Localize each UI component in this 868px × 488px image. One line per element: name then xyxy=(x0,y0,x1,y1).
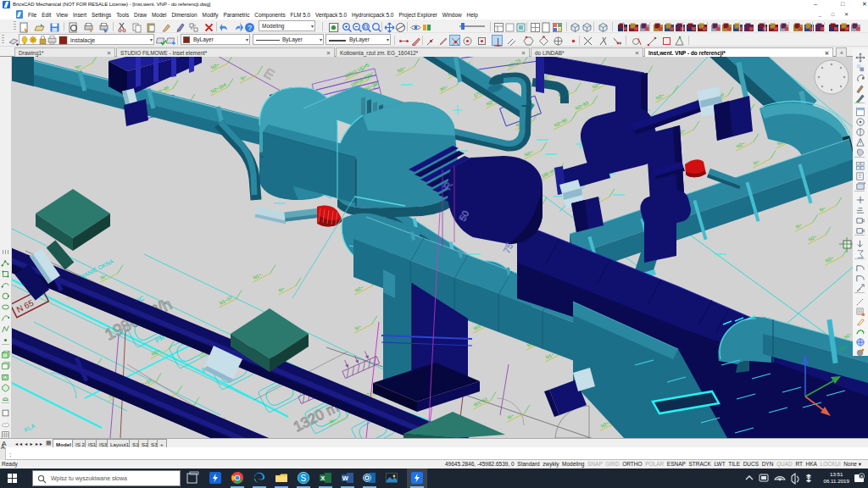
svg-text:instalacje: instalacje xyxy=(70,37,95,44)
svg-text:X: X xyxy=(320,474,325,482)
svg-text:S: S xyxy=(301,474,307,483)
svg-text:8: 8 xyxy=(860,474,863,480)
svg-text:?: ? xyxy=(248,24,252,32)
svg-text:W: W xyxy=(342,474,349,482)
